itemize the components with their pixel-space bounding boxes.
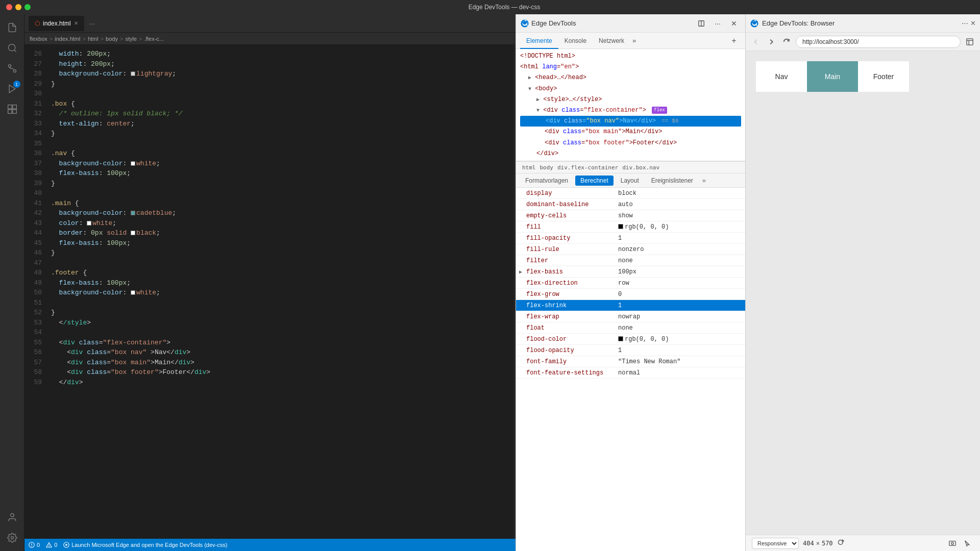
preview-nav-box: Nav xyxy=(756,61,807,92)
sidebar-icon-extensions[interactable] xyxy=(3,100,21,118)
styles-tab-ereignislistener[interactable]: Ereignislistener xyxy=(646,176,698,186)
browser-height: 570 xyxy=(822,540,833,547)
devtools-more-btn[interactable]: ··· xyxy=(710,16,725,31)
breadcrumb-indexhtml[interactable]: index.html xyxy=(55,36,80,42)
minimize-traffic-light[interactable] xyxy=(15,4,21,10)
body-expand[interactable]: ▼ xyxy=(528,86,531,92)
breadcrumb-body[interactable]: body xyxy=(106,36,118,42)
flex-expand[interactable]: ▼ xyxy=(536,108,540,113)
html-tree[interactable]: <!DOCTYPE html> <html lang="en"> ▶ <head… xyxy=(516,49,745,161)
computed-row-flex-direction[interactable]: flex-direction row xyxy=(516,278,745,289)
head-expand[interactable]: ▶ xyxy=(528,75,531,81)
tab-close-button[interactable]: ✕ xyxy=(74,20,78,26)
tree-node-nav[interactable]: <div class="box nav">Nav</div> == $0 xyxy=(520,116,741,127)
tabs-more-button[interactable]: ··· xyxy=(86,19,99,28)
status-errors[interactable]: 0 xyxy=(29,542,40,548)
computed-row-fill[interactable]: fill rgb(0, 0, 0) xyxy=(516,221,745,233)
styles-tab-layout[interactable]: Layout xyxy=(616,176,644,186)
tree-node-body[interactable]: ▼ <body> xyxy=(520,84,741,94)
status-launch[interactable]: Launch Microsoft Edge and open the Edge … xyxy=(63,542,227,548)
minimap xyxy=(513,45,516,539)
dt-bc-body[interactable]: body xyxy=(538,163,556,172)
breadcrumb-flexbox[interactable]: flexbox xyxy=(30,36,47,42)
styles-tab-formatvorlagen[interactable]: Formatvorlagen xyxy=(520,176,573,186)
svg-point-3 xyxy=(8,65,11,67)
computed-row-flood-color[interactable]: flood-color rgb(0, 0, 0) xyxy=(516,334,745,345)
tree-node-flex-container[interactable]: ▼ <div class="flex-container"> flex xyxy=(520,105,741,116)
computed-row-font-family[interactable]: font-family "Times New Roman" xyxy=(516,356,745,367)
computed-row-float[interactable]: float none xyxy=(516,322,745,334)
computed-row-dominant-baseline[interactable]: dominant-baseline auto xyxy=(516,199,745,210)
browser-refresh-btn[interactable] xyxy=(780,36,793,48)
computed-row-display[interactable]: display block xyxy=(516,188,745,199)
breadcrumb-style[interactable]: style xyxy=(125,36,137,42)
browser-close-btn[interactable]: ✕ xyxy=(970,19,976,27)
browser-more-btn[interactable]: ··· xyxy=(962,19,968,28)
computed-row-flex-basis[interactable]: ▶ flex-basis 100px xyxy=(516,266,745,278)
breadcrumb-flex-c[interactable]: .flex-c... xyxy=(144,36,164,42)
tree-node-html[interactable]: <html lang="en"> xyxy=(520,62,741,72)
sidebar-icon-debug[interactable] xyxy=(3,80,21,98)
browser-nav-bar xyxy=(746,33,980,51)
tree-node-head[interactable]: ▶ <head>…</head> xyxy=(520,72,741,83)
styles-tabs-more[interactable]: » xyxy=(702,177,706,184)
browser-inspect-btn[interactable] xyxy=(964,36,976,48)
devtools-tab-konsole[interactable]: Konsole xyxy=(558,34,593,49)
close-traffic-light[interactable] xyxy=(6,4,12,10)
computed-row-fill-rule[interactable]: fill-rule nonzero xyxy=(516,244,745,255)
browser-tools-right xyxy=(946,537,974,549)
styles-tab-berechnet[interactable]: Berechnet xyxy=(575,176,614,186)
dt-bc-flex-container[interactable]: div.flex-container xyxy=(555,163,620,172)
browser-screenshot-btn[interactable] xyxy=(946,537,959,549)
devtools-tab-netzwerk[interactable]: Netzwerk xyxy=(593,34,630,49)
sidebar-icon-files[interactable] xyxy=(3,18,21,37)
computed-row-font-feature-settings[interactable]: font-feature-settings normal xyxy=(516,367,745,379)
preview-footer-box: Footer xyxy=(858,61,909,92)
svg-marker-4 xyxy=(9,85,15,93)
responsive-select[interactable]: Responsive iPhone SE iPhone XR xyxy=(752,538,799,549)
style-expand[interactable]: ▶ xyxy=(536,97,540,103)
browser-back-btn[interactable] xyxy=(750,36,762,48)
computed-row-flex-shrink[interactable]: flex-shrink 1 xyxy=(516,300,745,311)
status-warnings[interactable]: 0 xyxy=(46,542,57,548)
sidebar-icon-account[interactable] xyxy=(3,508,21,527)
maximize-traffic-light[interactable] xyxy=(24,4,31,10)
dt-bc-html[interactable]: html xyxy=(520,163,538,172)
computed-row-flex-grow[interactable]: flex-grow 0 xyxy=(516,289,745,300)
breadcrumb-html[interactable]: html xyxy=(88,36,99,42)
tab-icon: ⬡ xyxy=(35,20,40,27)
devtools-close-btn[interactable]: ✕ xyxy=(727,16,741,31)
devtools-dock-btn[interactable] xyxy=(694,16,708,31)
computed-row-empty-cells[interactable]: empty-cells show xyxy=(516,210,745,221)
computed-row-flood-opacity[interactable]: flood-opacity 1 xyxy=(516,345,745,356)
error-count: 0 xyxy=(37,542,40,548)
url-bar[interactable] xyxy=(796,36,961,48)
tree-node-style[interactable]: ▶ <style>…</style> xyxy=(520,94,741,105)
tree-node-close-div[interactable]: </div> xyxy=(520,148,741,159)
sidebar-icon-source-control[interactable] xyxy=(3,59,21,78)
tree-node-footer[interactable]: <div class="box footer">Footer</div> xyxy=(520,138,741,148)
rotate-btn[interactable] xyxy=(837,539,844,547)
dt-bc-box-nav[interactable]: div.box.nav xyxy=(620,163,662,172)
editor-tab-index-html[interactable]: ⬡ index.html ✕ xyxy=(29,16,84,31)
computed-row-flex-wrap[interactable]: flex-wrap nowrap xyxy=(516,311,745,322)
tree-node-main[interactable]: <div class="box main">Main</div> xyxy=(520,127,741,137)
devtools-breadcrumb: html body div.flex-container div.box.nav xyxy=(516,161,745,173)
doctype-tag: <!DOCTYPE html> xyxy=(520,53,575,60)
tree-node-doctype[interactable]: <!DOCTYPE html> xyxy=(520,51,741,62)
dimension-x: × xyxy=(816,540,820,547)
computed-row-fill-opacity[interactable]: fill-opacity 1 xyxy=(516,233,745,244)
devtools-tab-elemente[interactable]: Elemente xyxy=(520,34,558,49)
sidebar-icon-search[interactable] xyxy=(3,39,21,57)
svg-rect-8 xyxy=(12,110,16,114)
browser-inspect-element-btn[interactable] xyxy=(962,537,974,549)
browser-forward-btn[interactable] xyxy=(765,36,777,48)
code-area: 26 27 28 29 30 31 32 33 34 35 36 37 38 3… xyxy=(24,45,516,539)
eq-badge: == $0 xyxy=(662,118,678,124)
devtools-tabs-more[interactable]: » xyxy=(632,37,636,44)
preview-footer-label: Footer xyxy=(873,72,894,81)
computed-row-filter[interactable]: filter none xyxy=(516,255,745,266)
sidebar-icon-settings[interactable] xyxy=(3,529,21,547)
code-content[interactable]: width: 200px; height: 200px; background-… xyxy=(45,45,513,539)
devtools-add-tab-btn[interactable]: + xyxy=(727,34,741,48)
